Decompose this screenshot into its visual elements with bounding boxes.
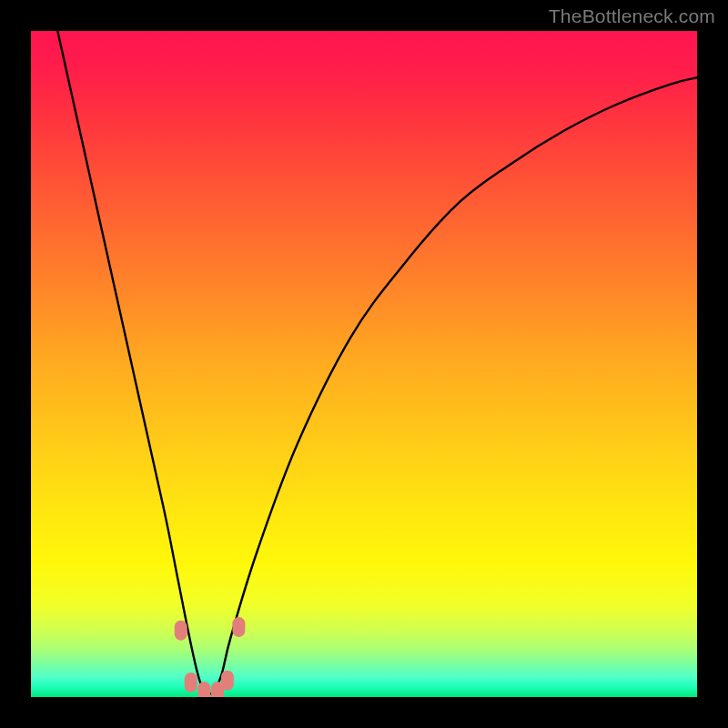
watermark-text: TheBottleneck.com bbox=[549, 5, 715, 27]
curve-marker bbox=[221, 671, 234, 691]
plot-area bbox=[31, 31, 697, 697]
curve-marker bbox=[175, 621, 187, 641]
marker-group bbox=[175, 617, 246, 697]
curve-marker bbox=[232, 617, 245, 637]
curve-layer bbox=[31, 31, 697, 697]
curve-marker bbox=[197, 682, 210, 697]
bottleneck-curve bbox=[57, 31, 697, 694]
chart-frame: TheBottleneck.com bbox=[0, 0, 728, 728]
curve-marker bbox=[185, 672, 197, 693]
